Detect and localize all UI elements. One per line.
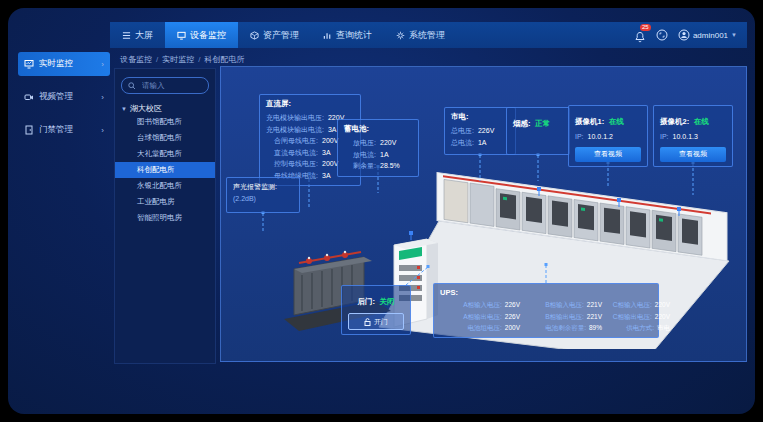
- chevron-right-icon: ›: [101, 93, 104, 102]
- sidebar-item-video-management[interactable]: 视频管理 ›: [18, 85, 110, 109]
- asset-box-icon: [250, 31, 259, 40]
- tree-item-substation-selected[interactable]: 科创配电所: [115, 162, 215, 178]
- username-label: admin001: [693, 31, 728, 40]
- tab-asset-management[interactable]: 资产管理: [238, 22, 311, 48]
- search-icon: [128, 82, 136, 90]
- gear-icon: [396, 31, 405, 40]
- panel-title: 直流屏:: [266, 99, 354, 109]
- monitoring-canvas: 直流屏: 充电模块输出电压:220V 充电模块输出电流:3A 合闸母线电压:20…: [220, 66, 747, 362]
- open-door-label: 开门: [374, 317, 388, 327]
- camera1-panel: 摄像机1: 在线 IP:10.0.1.2 查看视频: [568, 105, 648, 167]
- view-video-button[interactable]: 查看视频: [575, 147, 641, 162]
- breadcrumb-separator: /: [156, 55, 158, 64]
- chevron-down-icon: ▼: [731, 32, 737, 38]
- camera1-status: 在线: [609, 117, 624, 126]
- breadcrumb-separator: /: [198, 55, 200, 64]
- smoke-status: 正常: [535, 119, 550, 128]
- data-row: 剩余量:28.5%: [344, 160, 412, 172]
- notification-badge: 25: [640, 24, 651, 31]
- bell-icon: [634, 31, 646, 43]
- tab-label: 查询统计: [336, 29, 372, 42]
- video-camera-icon: [24, 92, 34, 102]
- open-door-button[interactable]: 开门: [348, 313, 404, 330]
- tab-label: 系统管理: [409, 29, 445, 42]
- data-cell: 电池剩余容量:89%: [526, 323, 602, 333]
- tree-group-label: 湖大校区: [130, 103, 162, 114]
- realtime-monitor-icon: [24, 59, 34, 69]
- alarm-monitor-panel: 声光报警监测: (2.2dB): [226, 177, 300, 213]
- tree-item-substation[interactable]: 永银北配电所: [121, 178, 209, 194]
- data-cell: A相输出电压:226V: [440, 312, 520, 322]
- fullscreen-icon[interactable]: [656, 29, 668, 41]
- battery-panel: 蓄电池: 放电压:220V 放电流:1A 剩余量:28.5%: [337, 119, 419, 177]
- substation-tree-panel: ▼ 湖大校区 图书馆配电所 台球馆配电所 大礼堂配电所 科创配电所 永银北配电所…: [114, 68, 216, 364]
- panel-title: 市电:: [451, 112, 509, 122]
- tab-system-management[interactable]: 系统管理: [384, 22, 457, 48]
- tree-item-substation[interactable]: 大礼堂配电所: [121, 146, 209, 162]
- data-row: 总电压:226V: [451, 125, 509, 137]
- data-row: 放电压:220V: [344, 137, 412, 149]
- data-cell: A相输入电压:226V: [440, 300, 520, 310]
- search-input[interactable]: [140, 80, 202, 91]
- tab-dashboard[interactable]: 大屏: [110, 22, 165, 48]
- data-cell: C相输入电压:220V: [608, 300, 670, 310]
- breadcrumb: 设备监控/实时监控/科创配电所: [120, 54, 244, 65]
- chevron-right-icon: ›: [101, 126, 104, 135]
- sidebar-item-label: 实时监控: [39, 58, 73, 70]
- sidebar-item-label: 视频管理: [39, 91, 73, 103]
- notifications-button[interactable]: 25: [634, 29, 646, 41]
- monitor-icon: [177, 31, 186, 40]
- dashboard-icon: [122, 31, 131, 40]
- sidebar-item-access-control[interactable]: 门禁管理 ›: [18, 118, 110, 142]
- data-cell: B相输出电压:221V: [526, 312, 602, 322]
- unlock-icon: [364, 318, 371, 326]
- avatar-icon: [678, 29, 690, 41]
- tab-label: 大屏: [135, 29, 153, 42]
- panel-title: 摄像机2:: [660, 117, 689, 126]
- camera2-ip: IP:10.0.1.3: [660, 131, 726, 143]
- panel-title: 烟感:: [513, 119, 531, 128]
- topbar-right-cluster: 25 admin001 ▼: [634, 22, 747, 48]
- panel-title: UPS:: [440, 288, 652, 297]
- data-cell: 供电方式:市电: [608, 323, 670, 333]
- tab-device-monitoring[interactable]: 设备监控: [165, 22, 238, 48]
- tree-item-substation[interactable]: 智能照明电房: [121, 210, 209, 226]
- smoke-sensor-panel: 烟感: 正常: [506, 107, 570, 155]
- app-window: 大屏 设备监控 资产管理 查询统计 系统管理 25 admin001: [8, 8, 755, 414]
- data-row: 总电流:1A: [451, 137, 509, 149]
- top-navbar: 大屏 设备监控 资产管理 查询统计 系统管理 25 admin001: [110, 22, 747, 48]
- chart-icon: [323, 31, 332, 40]
- door-status: 关闭: [379, 297, 394, 306]
- tree-group-campus[interactable]: ▼ 湖大校区: [121, 103, 209, 114]
- data-cell: C相输出电压:220V: [608, 312, 670, 322]
- breadcrumb-part[interactable]: 科创配电所: [204, 55, 244, 64]
- sidebar-item-realtime-monitoring[interactable]: 实时监控 ›: [18, 52, 110, 76]
- door-icon: [24, 125, 34, 135]
- left-sidebar: 实时监控 › 视频管理 › 门禁管理 ›: [14, 52, 112, 408]
- data-row: 放电流:1A: [344, 149, 412, 161]
- user-menu[interactable]: admin001 ▼: [678, 29, 737, 41]
- camera2-status: 在线: [694, 117, 709, 126]
- breadcrumb-part[interactable]: 设备监控: [120, 55, 152, 64]
- ups-data-grid: A相输入电压:226V B相输入电压:221V C相输入电压:220V A相输出…: [440, 300, 652, 333]
- tab-query-statistics[interactable]: 查询统计: [311, 22, 384, 48]
- chevron-right-icon: ›: [101, 60, 104, 69]
- data-cell: 电池组电压:200V: [440, 323, 520, 333]
- panel-title: 声光报警监测:: [233, 182, 293, 192]
- breadcrumb-part[interactable]: 实时监控: [162, 55, 194, 64]
- data-cell: B相输入电压:221V: [526, 300, 602, 310]
- panel-title: 摄像机1:: [575, 117, 604, 126]
- tab-label: 设备监控: [190, 29, 226, 42]
- tree-item-substation[interactable]: 工业配电房: [121, 194, 209, 210]
- tree-item-substation[interactable]: 台球馆配电所: [121, 130, 209, 146]
- panel-title: 蓄电池:: [344, 124, 412, 134]
- camera1-ip: IP:10.0.1.2: [575, 131, 641, 143]
- tree-search: [121, 77, 209, 94]
- panel-title: 后门:: [358, 297, 376, 306]
- tab-label: 资产管理: [263, 29, 299, 42]
- tree-item-substation[interactable]: 图书馆配电所: [121, 114, 209, 130]
- tree-collapse-icon: ▼: [121, 106, 127, 112]
- view-video-button[interactable]: 查看视频: [660, 147, 726, 162]
- sidebar-item-label: 门禁管理: [39, 124, 73, 136]
- door-panel: 后门: 关闭 开门: [341, 285, 411, 335]
